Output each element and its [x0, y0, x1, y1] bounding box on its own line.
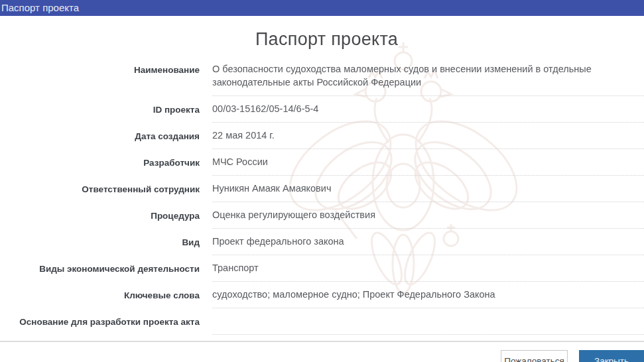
- page-title: Паспорт проекта: [0, 29, 644, 50]
- row-value: О безопасности судоходства маломерных су…: [212, 56, 644, 96]
- row-label: Виды экономической деятельности: [0, 255, 200, 282]
- passport-row: Виды экономической деятельности Транспор…: [0, 255, 644, 282]
- passport-row: Ключевые слова судоходство; маломерное с…: [0, 282, 644, 308]
- passport-row: Наименование О безопасности судоходства …: [0, 56, 644, 96]
- passport-row: Дата создания 22 мая 2014 г.: [0, 123, 644, 149]
- passport-row: Вид Проект федерального закона: [0, 229, 644, 255]
- modal-titlebar-label: Паспорт проекта: [1, 2, 79, 13]
- row-label: Разработчик: [0, 149, 200, 176]
- row-label: Основание для разработки проекта акта: [0, 308, 200, 335]
- row-label: ID проекта: [0, 96, 200, 123]
- row-value: Транспорт: [212, 255, 644, 282]
- row-value: Оценка регулирующего воздействия: [212, 202, 644, 229]
- row-label: Процедура: [0, 202, 200, 229]
- passport-row: ID проекта 00/03-15162/05-14/6-5-4: [0, 96, 644, 123]
- row-value: судоходство; маломерное судно; Проект Фе…: [212, 282, 644, 308]
- row-label: Дата создания: [0, 123, 200, 149]
- row-value: Проект федерального закона: [212, 229, 644, 255]
- close-button[interactable]: Закрыть: [579, 350, 644, 362]
- row-value: МЧС России: [212, 149, 644, 176]
- row-label: Наименование: [0, 56, 200, 96]
- passport-row: Ответственный сотрудник Нуникян Амаяк Ам…: [0, 176, 644, 202]
- passport-row: Разработчик МЧС России: [0, 149, 644, 176]
- footer-divider: [0, 341, 644, 342]
- modal-content: Паспорт проекта Наименование О безопасно…: [0, 29, 644, 335]
- row-value: [212, 308, 644, 335]
- modal-titlebar: Паспорт проекта: [0, 0, 644, 16]
- row-label: Вид: [0, 229, 200, 255]
- row-value: 22 мая 2014 г.: [212, 123, 644, 149]
- row-value: 00/03-15162/05-14/6-5-4: [212, 96, 644, 123]
- row-value: Нуникян Амаяк Амаякович: [212, 176, 644, 202]
- complain-button[interactable]: Пожаловаться: [501, 350, 568, 362]
- row-label: Ответственный сотрудник: [0, 176, 200, 202]
- passport-row: Основание для разработки проекта акта: [0, 308, 644, 335]
- row-label: Ключевые слова: [0, 282, 200, 308]
- passport-row: Процедура Оценка регулирующего воздейств…: [0, 202, 644, 229]
- passport-fields: Наименование О безопасности судоходства …: [0, 56, 644, 335]
- project-passport-modal: Паспорт проекта: [0, 0, 644, 362]
